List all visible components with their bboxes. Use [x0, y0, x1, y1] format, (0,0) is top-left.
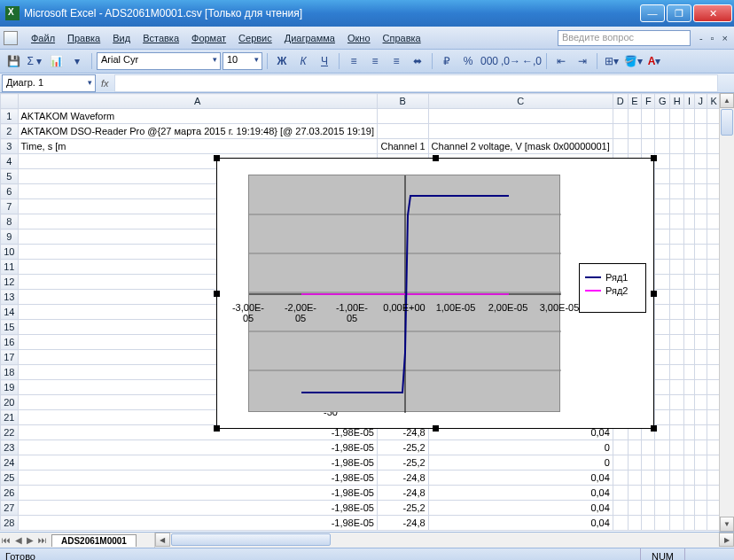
sheet-tab-strip: ⏮ ◀ ▶ ⏭ ADS2061M0001 ◀ ▶	[0, 532, 734, 548]
status-cell	[684, 548, 729, 560]
chart-xtick: 2,00E-05	[487, 302, 529, 313]
chart-xtick: 3,00E-05	[538, 302, 581, 313]
help-search-input[interactable]: Введите вопрос	[558, 30, 691, 46]
app-icon	[5, 6, 20, 20]
chart-xtick: -3,00E-05	[227, 302, 269, 323]
chart-plot-area[interactable]	[248, 175, 560, 412]
currency-icon[interactable]: ₽	[437, 51, 457, 71]
menu-chart[interactable]: Диаграмма	[278, 30, 341, 46]
table-row[interactable]: 24-1,98E-05-25,20	[1, 455, 734, 471]
increase-indent-icon[interactable]: ⇥	[573, 51, 592, 71]
close-button[interactable]: ✕	[693, 4, 732, 22]
tab-nav-prev-icon[interactable]: ◀	[13, 535, 25, 545]
underline-icon[interactable]: Ч	[315, 51, 334, 71]
table-row[interactable]: 23-1,98E-05-25,20	[1, 440, 734, 455]
percent-icon[interactable]: %	[458, 51, 478, 71]
toolbar: 💾 Σ ▾ 📊 ▾ Arial Cyr 10 Ж К Ч ≡ ≡ ≡ ⬌ ₽ %…	[0, 50, 734, 74]
window-titlebar: Microsoft Excel - ADS2061M0001.csv [Толь…	[0, 0, 734, 27]
mdi-controls[interactable]: - ▫ ×	[699, 33, 730, 43]
formula-bar-row: Диагр. 1 fx	[0, 74, 734, 93]
scroll-left-icon[interactable]: ◀	[155, 533, 170, 547]
chart-xtick: -1,00E-05	[331, 302, 373, 323]
fill-color-icon[interactable]: 🪣▾	[623, 51, 643, 71]
chart-legend[interactable]: Ряд1 Ряд2	[579, 263, 646, 313]
legend-label: Ряд1	[605, 272, 628, 283]
menu-window[interactable]: Окно	[341, 30, 377, 46]
status-bar: Готово NUM	[0, 548, 734, 560]
legend-label: Ряд2	[605, 285, 628, 296]
menu-help[interactable]: Справка	[377, 30, 427, 46]
autosum-icon[interactable]: Σ ▾	[25, 51, 44, 71]
table-row[interactable]: 2AKTAKOM DSO-Reader Pro @{27 марта 2015 …	[1, 124, 734, 139]
toolbar-options-icon[interactable]: ▾	[67, 51, 87, 71]
table-row[interactable]: 1AKTAKOM Waveform	[1, 109, 734, 124]
status-num: NUM	[640, 548, 684, 560]
font-color-icon[interactable]: A▾	[644, 51, 664, 71]
italic-icon[interactable]: К	[293, 51, 313, 71]
table-row[interactable]: 25-1,98E-05-24,80,04	[1, 471, 734, 486]
decrease-decimal-icon[interactable]: ←,0	[522, 51, 542, 71]
hscroll-thumb[interactable]	[171, 533, 331, 546]
tab-nav-next-icon[interactable]: ▶	[25, 535, 36, 545]
maximize-button[interactable]: ❐	[667, 4, 691, 22]
fontsize-combo[interactable]: 10	[223, 52, 262, 70]
save-icon[interactable]: 💾	[4, 51, 23, 71]
increase-decimal-icon[interactable]: ,0→	[501, 51, 520, 71]
menu-insert[interactable]: Вставка	[137, 30, 185, 46]
borders-icon[interactable]: ⊞▾	[602, 51, 621, 71]
fx-icon[interactable]: fx	[101, 78, 109, 89]
comma-icon[interactable]: 000	[480, 51, 499, 71]
align-center-icon[interactable]: ≡	[365, 51, 385, 71]
table-row[interactable]: 27-1,98E-05-25,20,04	[1, 501, 734, 516]
horizontal-scrollbar[interactable]: ◀ ▶	[154, 533, 734, 548]
menu-edit[interactable]: Правка	[61, 30, 106, 46]
chart-lines	[249, 175, 561, 413]
font-combo[interactable]: Arial Cyr	[97, 52, 221, 70]
scroll-up-icon[interactable]: ▲	[720, 93, 734, 108]
minimize-button[interactable]: —	[640, 4, 665, 22]
menu-view[interactable]: Вид	[106, 30, 137, 46]
formula-bar[interactable]	[114, 74, 718, 92]
tab-nav-first-icon[interactable]: ⏮	[0, 535, 13, 545]
table-row[interactable]: 28-1,98E-05-24,80,04	[1, 516, 734, 531]
table-row[interactable]: 3Time, s [mChannel 1Channel 2 voltage, V…	[1, 139, 734, 154]
chart-xtick: 1,00E-05	[434, 302, 477, 313]
table-row[interactable]: 26-1,98E-05-24,80,04	[1, 486, 734, 501]
chart-wizard-icon[interactable]: 📊	[46, 51, 66, 71]
align-right-icon[interactable]: ≡	[387, 51, 406, 71]
menu-format[interactable]: Формат	[185, 30, 232, 46]
column-headers[interactable]: ABCDEFGHIJKL	[1, 94, 734, 109]
chart-xtick: 0,00E+00	[383, 302, 426, 313]
menu-file[interactable]: Файл	[25, 30, 61, 46]
decrease-indent-icon[interactable]: ⇤	[551, 51, 571, 71]
window-title: Microsoft Excel - ADS2061M0001.csv [Толь…	[24, 7, 640, 19]
scroll-down-icon[interactable]: ▼	[720, 517, 734, 532]
tab-nav-last-icon[interactable]: ⏭	[36, 535, 50, 545]
menu-tools[interactable]: Сервис	[232, 30, 278, 46]
bold-icon[interactable]: Ж	[272, 51, 292, 71]
status-ready: Готово	[5, 551, 640, 561]
embedded-chart[interactable]: 30 20 10 0 -10 -20 -30 -3,00E-05	[216, 158, 654, 429]
scroll-right-icon[interactable]: ▶	[719, 533, 734, 547]
scroll-thumb[interactable]	[721, 109, 733, 136]
menu-bar: Файл Правка Вид Вставка Формат Сервис Ди…	[0, 27, 734, 50]
merge-center-icon[interactable]: ⬌	[408, 51, 427, 71]
align-left-icon[interactable]: ≡	[344, 51, 363, 71]
name-box[interactable]: Диагр. 1	[2, 74, 96, 92]
sheet-tab[interactable]: ADS2061M0001	[51, 534, 137, 547]
vertical-scrollbar[interactable]: ▲ ▼	[719, 93, 734, 532]
document-icon	[4, 31, 18, 45]
chart-xtick: -2,00E-05	[279, 302, 322, 323]
